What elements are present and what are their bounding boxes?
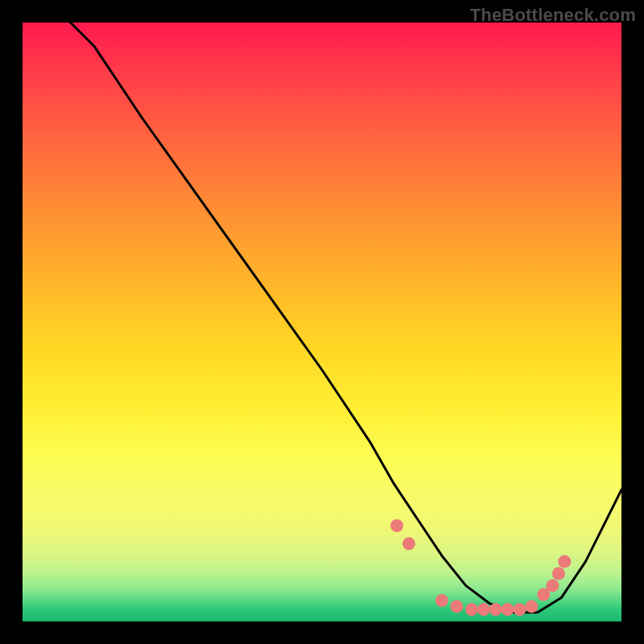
data-point-marker bbox=[546, 579, 559, 592]
data-point-marker bbox=[450, 600, 463, 613]
data-point-marker bbox=[402, 537, 415, 550]
data-point-marker bbox=[514, 603, 526, 616]
chart-overlay-svg bbox=[23, 23, 621, 621]
data-point-marker bbox=[390, 519, 403, 532]
data-point-marker bbox=[558, 555, 571, 568]
data-point-marker bbox=[465, 603, 478, 616]
watermark-text: TheBottleneck.com bbox=[470, 5, 636, 26]
data-point-marker bbox=[489, 603, 502, 616]
data-point-marker bbox=[502, 603, 514, 616]
data-point-marker bbox=[552, 568, 565, 580]
data-point-markers bbox=[390, 519, 571, 616]
data-point-marker bbox=[436, 594, 448, 607]
bottleneck-curve bbox=[71, 23, 622, 613]
chart-stage: TheBottleneck.com bbox=[0, 0, 644, 644]
data-point-marker bbox=[477, 603, 490, 616]
data-point-marker bbox=[525, 600, 538, 613]
